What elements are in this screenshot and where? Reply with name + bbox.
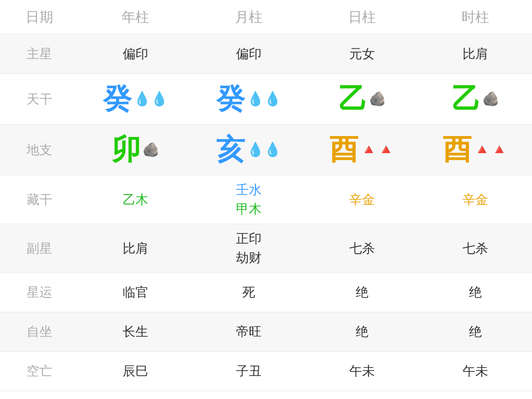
cell-zhuxing-1: 偏印 (192, 39, 305, 68)
cell-xingyun-3: 绝 (419, 278, 532, 307)
cell-dizhi-2: 酉🔺🔺 (305, 125, 419, 175)
row-xingyun: 星运临官死绝绝 (0, 273, 532, 312)
row-label-xingyun: 星运 (0, 278, 79, 307)
element-emoji: 💧💧 (247, 92, 281, 106)
cell-kongwang-2: 午未 (305, 357, 419, 386)
row-zhuxing: 主星偏印偏印元女比肩 (0, 34, 532, 74)
header-col3: 日柱 (305, 2, 419, 33)
element-emoji: 🪨 (482, 92, 499, 106)
element-emoji: 🪨 (369, 92, 386, 106)
row-fuxing: 副星比肩正印劫财七杀七杀 (0, 224, 532, 273)
cell-dizhi-3: 酉🔺🔺 (419, 125, 532, 175)
cell-fuxing-3: 七杀 (419, 234, 532, 263)
row-label-zanggàn: 藏干 (0, 185, 79, 214)
row-label-tiangan: 天干 (0, 85, 79, 114)
cell-zanggàn-0: 乙木 (79, 185, 192, 214)
cell-tiangan-2: 乙🪨 (305, 74, 419, 124)
cell-dizhi-1: 亥💧💧 (192, 125, 305, 175)
header-col4: 时柱 (419, 2, 532, 33)
cell-kongwang-1: 子丑 (192, 357, 305, 386)
cell-zizuo-2: 绝 (305, 317, 419, 346)
cell-xingyun-0: 临官 (79, 278, 192, 307)
element-emoji: 🔺🔺 (360, 143, 395, 157)
element-emoji: 🔺🔺 (473, 143, 508, 157)
element-emoji: 💧💧 (247, 143, 281, 157)
cell-xingyun-1: 死 (192, 278, 305, 307)
cell-zhuxing-2: 元女 (305, 39, 419, 68)
cell-kongwang-0: 辰巳 (79, 357, 192, 386)
row-zanggàn: 藏干乙木壬水甲木辛金辛金 (0, 175, 532, 224)
header-col0: 日期 (0, 2, 79, 33)
cell-zhuxing-0: 偏印 (79, 39, 192, 68)
element-emoji: 💧💧 (133, 92, 168, 106)
row-zizuo: 自坐长生帝旺绝绝 (0, 312, 532, 352)
row-label-zizuo: 自坐 (0, 317, 79, 346)
cell-fuxing-1: 正印劫财 (192, 224, 305, 272)
row-label-dizhi: 地支 (0, 135, 79, 165)
cell-kongwang-3: 午未 (419, 357, 532, 386)
cell-zizuo-0: 长生 (79, 317, 192, 346)
row-kongwang: 空亡辰巳子丑午未午未 (0, 352, 532, 391)
element-emoji: 🪨 (142, 143, 160, 157)
cell-tiangan-1: 癸💧💧 (192, 74, 305, 124)
header-col1: 年柱 (79, 2, 192, 33)
row-label-kongwang: 空亡 (0, 357, 79, 386)
cell-zanggàn-3: 辛金 (419, 185, 532, 214)
cell-zizuo-3: 绝 (419, 317, 532, 346)
cell-dizhi-0: 卯🪨 (79, 125, 192, 175)
cell-fuxing-0: 比肩 (79, 234, 192, 263)
cell-fuxing-2: 七杀 (305, 234, 419, 263)
cell-zanggàn-2: 辛金 (305, 185, 419, 214)
header-row: 日期 年柱 月柱 日柱 时柱 (0, 0, 532, 34)
header-col2: 月柱 (192, 2, 305, 33)
cell-zhuxing-3: 比肩 (419, 39, 532, 68)
cell-tiangan-3: 乙🪨 (419, 74, 532, 124)
row-label-zhuxing: 主星 (0, 39, 79, 68)
row-dizhi: 地支卯🪨亥💧💧酉🔺🔺酉🔺🔺 (0, 125, 532, 175)
cell-zizuo-1: 帝旺 (192, 317, 305, 346)
cell-zanggàn-1: 壬水甲木 (192, 175, 305, 224)
row-label-fuxing: 副星 (0, 234, 79, 263)
cell-tiangan-0: 癸💧💧 (79, 74, 192, 124)
cell-xingyun-2: 绝 (305, 278, 419, 307)
row-tiangan: 天干癸💧💧癸💧💧乙🪨乙🪨 (0, 74, 532, 125)
bazi-table: 日期 年柱 月柱 日柱 时柱 主星偏印偏印元女比肩天干癸💧💧癸💧💧乙🪨乙🪨地支卯… (0, 0, 532, 391)
